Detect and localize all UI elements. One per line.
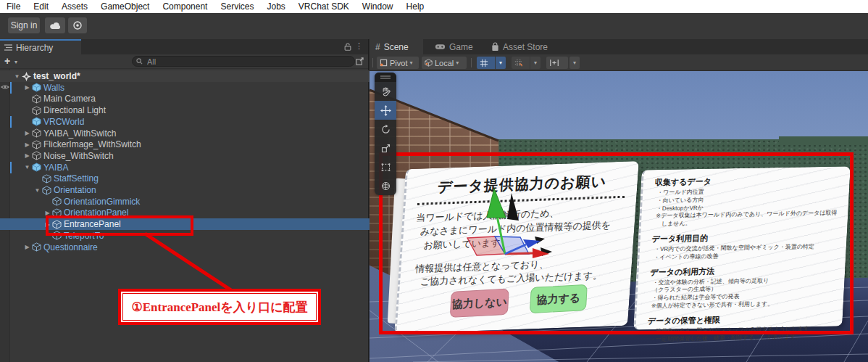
tab-game[interactable]: Game: [429, 39, 480, 54]
increment-snap-button[interactable]: [546, 57, 568, 69]
prefab-child-cube-icon: [42, 174, 51, 184]
menu-assets[interactable]: Assets: [55, 1, 94, 12]
snap-options-dropdown[interactable]: ▾: [530, 57, 541, 69]
menu-vrchat-sdk[interactable]: VRChat SDK: [292, 1, 356, 12]
prefab-child-cube-icon: [52, 197, 62, 206]
subwindow-icon[interactable]: [355, 57, 364, 66]
prefab-cube-icon: [32, 83, 41, 92]
increment-options-dropdown[interactable]: ▾: [569, 57, 580, 69]
move-tool[interactable]: [375, 101, 396, 120]
lock-icon[interactable]: [343, 42, 352, 52]
prefab-child-cube-icon: [32, 242, 41, 252]
hierarchy-item-noise-withswitch[interactable]: ▶ Noise_WithSwitch: [0, 150, 391, 162]
tab-asset-store[interactable]: Asset Store: [485, 39, 561, 54]
prefab-override-bar: [10, 82, 12, 94]
grid-visibility-toggle[interactable]: [477, 57, 495, 69]
scene-toolbar: Pivot▾ Local▾ ▾ ▾: [370, 54, 868, 71]
snap-toggle[interactable]: [512, 57, 530, 69]
account-toolbar: Sign in: [0, 13, 868, 40]
hierarchy-item-vrcworld[interactable]: VRCWorld ›: [0, 116, 391, 128]
hand-tool[interactable]: [375, 82, 396, 101]
prefab-cube-icon: [32, 117, 41, 126]
annotation-scene-box: [379, 152, 854, 334]
menu-jobs[interactable]: Jobs: [260, 1, 291, 12]
scene-asset-icon: [22, 72, 31, 81]
local-cube-icon: [425, 59, 433, 67]
gameobject-cube-icon: [32, 106, 41, 115]
hierarchy-item-scene[interactable]: ▼ test_world* ⋮: [0, 70, 381, 82]
hierarchy-toolbar: + ▾: [0, 54, 368, 69]
pivot-dropdown[interactable]: Pivot▾: [377, 57, 419, 69]
tool-palette: [375, 73, 396, 195]
increment-snap-icon: [549, 59, 559, 67]
cloud-button[interactable]: [45, 17, 65, 33]
menu-services[interactable]: Services: [214, 1, 260, 12]
cloud-icon: [49, 21, 61, 30]
annotation-row-box: [46, 215, 193, 236]
menu-help[interactable]: Help: [400, 1, 431, 12]
prefab-override-bar: [10, 162, 12, 173]
unity-editor-window: File Edit Assets GameObject Component Se…: [0, 0, 868, 362]
hierarchy-item-walls[interactable]: ▶ Walls ›: [0, 82, 391, 94]
menu-window[interactable]: Window: [356, 1, 400, 12]
hierarchy-item-flickerimage-withswitch[interactable]: ▶ FlickerImage_WithSwitch: [0, 139, 391, 150]
menu-edit[interactable]: Edit: [27, 1, 55, 12]
gameobject-cube-icon: [32, 94, 41, 104]
menu-bar: File Edit Assets GameObject Component Se…: [0, 0, 868, 13]
hierarchy-item-orientation[interactable]: ▼ Orientation: [0, 184, 401, 196]
grid-icon: [480, 59, 488, 67]
menu-file[interactable]: File: [0, 1, 27, 12]
hierarchy-item-main-camera[interactable]: Main Camera: [0, 93, 391, 104]
hierarchy-item-yaiba[interactable]: ▼ YAIBA ›: [0, 162, 391, 173]
menu-component[interactable]: Component: [156, 1, 214, 12]
grid-tab-icon: #: [375, 42, 380, 52]
prefab-child-cube-icon: [42, 186, 51, 195]
prefab-override-bar: [10, 116, 12, 128]
create-dropdown-icon[interactable]: ▾: [14, 59, 17, 65]
sign-in-button[interactable]: Sign in: [8, 17, 40, 33]
prefab-cube-icon: [32, 163, 41, 172]
hierarchy-item-questionnaire[interactable]: ▶ Questionnaire: [0, 242, 391, 253]
rect-tool[interactable]: [375, 157, 396, 176]
hierarchy-item-directional-light[interactable]: Directional Light: [0, 104, 391, 116]
shopping-bag-icon: [491, 42, 499, 52]
hierarchy-item-yaiba-withswitch[interactable]: ▶ YAIBA_WithSwitch: [0, 128, 391, 139]
collab-target-icon: [72, 20, 83, 30]
list-icon: [4, 44, 12, 51]
search-icon: [136, 58, 143, 65]
hierarchy-tab-bar: Hierarchy ⋮: [0, 39, 368, 54]
palette-drag-handle[interactable]: [375, 73, 396, 82]
toolbar-separator: [471, 58, 472, 67]
annotation-callout: ①EntrancePanelを入り口に配置: [118, 289, 321, 325]
scene-tab-bar: # Scene Game Asset Store: [370, 39, 868, 54]
local-dropdown[interactable]: Local▾: [422, 57, 467, 69]
gamepad-icon: [435, 43, 446, 51]
hierarchy-menu-icon[interactable]: ⋮: [355, 41, 363, 51]
grid-options-dropdown[interactable]: ▾: [496, 57, 506, 69]
snap-grid-icon: [514, 59, 523, 67]
hierarchy-search: [132, 56, 355, 67]
tab-hierarchy[interactable]: Hierarchy: [0, 39, 81, 54]
toolbar-separator: [372, 58, 373, 67]
collab-button[interactable]: [68, 17, 87, 33]
gameobject-cube-icon: [32, 140, 41, 149]
gameobject-cube-icon: [32, 128, 41, 138]
create-button[interactable]: +: [4, 55, 10, 67]
search-input[interactable]: [146, 57, 330, 67]
hierarchy-item-orientationgimmick[interactable]: OrientationGimmick: [0, 196, 412, 207]
rotate-tool[interactable]: [375, 120, 396, 139]
gameobject-cube-icon: [32, 151, 41, 160]
hierarchy-item-staffsetting[interactable]: StaffSetting: [0, 173, 401, 184]
tab-scene[interactable]: # Scene: [370, 39, 423, 54]
menu-gameobject[interactable]: GameObject: [94, 1, 156, 12]
pivot-icon: [380, 59, 388, 67]
scale-tool[interactable]: [375, 139, 396, 157]
transform-tool[interactable]: [375, 176, 396, 195]
